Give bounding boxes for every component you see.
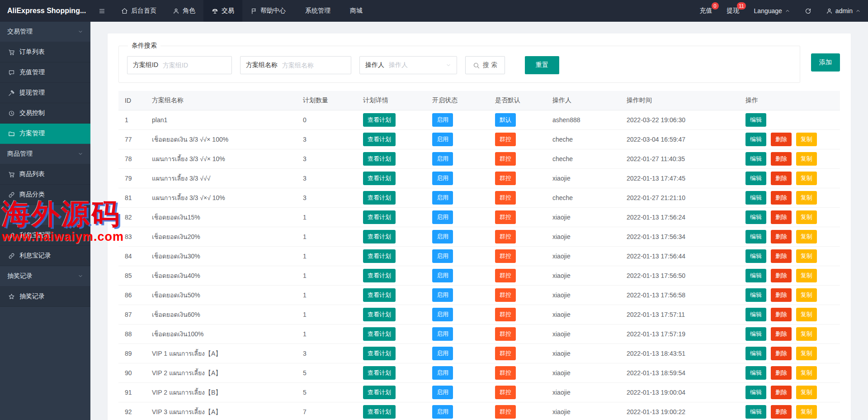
user-menu[interactable]: admin [819, 0, 868, 22]
view-plan-button[interactable]: 查看计划 [363, 172, 396, 185]
add-button[interactable]: 添加 [811, 53, 840, 72]
edit-button[interactable]: 编辑 [745, 172, 766, 185]
status-enabled-button[interactable]: 启用 [432, 347, 453, 360]
default-flag-button[interactable]: 群控 [495, 347, 516, 360]
edit-button[interactable]: 编辑 [745, 152, 766, 166]
status-enabled-button[interactable]: 启用 [432, 269, 453, 282]
default-flag-button[interactable]: 群控 [495, 210, 516, 224]
default-flag-button[interactable]: 群控 [495, 405, 516, 419]
default-flag-button[interactable]: 群控 [495, 230, 516, 243]
status-enabled-button[interactable]: 启用 [432, 366, 453, 380]
copy-button[interactable]: 复制 [796, 405, 817, 419]
status-enabled-button[interactable]: 启用 [432, 230, 453, 243]
top-nav-item[interactable]: 角色 [165, 0, 203, 22]
copy-button[interactable]: 复制 [796, 230, 817, 243]
view-plan-button[interactable]: 查看计划 [363, 347, 396, 360]
copy-button[interactable]: 复制 [796, 152, 817, 166]
view-plan-button[interactable]: 查看计划 [363, 366, 396, 380]
copy-button[interactable]: 复制 [796, 210, 817, 224]
view-plan-button[interactable]: 查看计划 [363, 113, 396, 127]
default-flag-button[interactable]: 群控 [495, 249, 516, 263]
default-flag-button[interactable]: 群控 [495, 152, 516, 166]
status-enabled-button[interactable]: 启用 [432, 152, 453, 166]
default-flag-button[interactable]: 群控 [495, 288, 516, 302]
view-plan-button[interactable]: 查看计划 [363, 133, 396, 146]
recharge-link[interactable]: 充值 0 [693, 0, 720, 22]
sidebar-item[interactable]: 订单列表 [0, 42, 90, 62]
sidebar-group[interactable]: 商品管理 [0, 144, 90, 164]
default-flag-button[interactable]: 群控 [495, 133, 516, 146]
edit-button[interactable]: 编辑 [745, 347, 766, 360]
view-plan-button[interactable]: 查看计划 [363, 152, 396, 166]
default-flag-button[interactable]: 默认 [495, 113, 516, 127]
view-plan-button[interactable]: 查看计划 [363, 288, 396, 302]
delete-button[interactable]: 删除 [771, 386, 792, 399]
delete-button[interactable]: 删除 [771, 269, 792, 282]
status-enabled-button[interactable]: 启用 [432, 327, 453, 341]
copy-button[interactable]: 复制 [796, 366, 817, 380]
copy-button[interactable]: 复制 [796, 172, 817, 185]
view-plan-button[interactable]: 查看计划 [363, 405, 396, 419]
copy-button[interactable]: 复制 [796, 191, 817, 205]
delete-button[interactable]: 删除 [771, 172, 792, 185]
copy-button[interactable]: 复制 [796, 327, 817, 341]
delete-button[interactable]: 删除 [771, 152, 792, 166]
sidebar-item[interactable]: 交易控制 [0, 103, 90, 124]
view-plan-button[interactable]: 查看计划 [363, 308, 396, 321]
default-flag-button[interactable]: 群控 [495, 191, 516, 205]
copy-button[interactable]: 复制 [796, 386, 817, 399]
status-enabled-button[interactable]: 启用 [432, 405, 453, 419]
copy-button[interactable]: 复制 [796, 347, 817, 360]
edit-button[interactable]: 编辑 [745, 210, 766, 224]
edit-button[interactable]: 编辑 [745, 405, 766, 419]
sidebar-item[interactable]: 商品列表 [0, 164, 90, 185]
copy-button[interactable]: 复制 [796, 133, 817, 146]
menu-toggle-button[interactable] [90, 0, 113, 22]
delete-button[interactable]: 删除 [771, 210, 792, 224]
delete-button[interactable]: 删除 [771, 366, 792, 380]
delete-button[interactable]: 删除 [771, 327, 792, 341]
sidebar-item[interactable]: 商品分类 [0, 185, 90, 205]
edit-button[interactable]: 编辑 [745, 230, 766, 243]
view-plan-button[interactable]: 查看计划 [363, 230, 396, 243]
edit-button[interactable]: 编辑 [745, 249, 766, 263]
sidebar-item[interactable]: 抽奖记录 [0, 286, 90, 307]
status-enabled-button[interactable]: 启用 [432, 172, 453, 185]
status-enabled-button[interactable]: 启用 [432, 210, 453, 224]
default-flag-button[interactable]: 群控 [495, 269, 516, 282]
copy-button[interactable]: 复制 [796, 308, 817, 321]
edit-button[interactable]: 编辑 [745, 288, 766, 302]
view-plan-button[interactable]: 查看计划 [363, 269, 396, 282]
sidebar-item[interactable]: 方案管理 [0, 124, 90, 144]
delete-button[interactable]: 删除 [771, 249, 792, 263]
edit-button[interactable]: 编辑 [745, 386, 766, 399]
default-flag-button[interactable]: 群控 [495, 327, 516, 341]
status-enabled-button[interactable]: 启用 [432, 288, 453, 302]
view-plan-button[interactable]: 查看计划 [363, 191, 396, 205]
delete-button[interactable]: 删除 [771, 308, 792, 321]
top-nav-item[interactable]: 帮助中心 [242, 0, 294, 22]
top-nav-item[interactable]: 交易 [203, 0, 242, 22]
default-flag-button[interactable]: 群控 [495, 172, 516, 185]
language-menu[interactable]: Language [747, 0, 797, 22]
search-button[interactable]: 搜 索 [465, 56, 505, 74]
default-flag-button[interactable]: 群控 [495, 308, 516, 321]
delete-button[interactable]: 删除 [771, 133, 792, 146]
view-plan-button[interactable]: 查看计划 [363, 386, 396, 399]
copy-button[interactable]: 复制 [796, 288, 817, 302]
copy-button[interactable]: 复制 [796, 269, 817, 282]
search-select[interactable]: 操作人 操作人 [359, 56, 457, 74]
sidebar-item[interactable]: 提现管理 [0, 83, 90, 103]
edit-button[interactable]: 编辑 [745, 191, 766, 205]
delete-button[interactable]: 删除 [771, 405, 792, 419]
edit-button[interactable]: 编辑 [745, 133, 766, 146]
edit-button[interactable]: 编辑 [745, 269, 766, 282]
status-enabled-button[interactable]: 启用 [432, 249, 453, 263]
sidebar-item[interactable]: 充值管理 [0, 62, 90, 83]
delete-button[interactable]: 删除 [771, 347, 792, 360]
sidebar-group[interactable]: 抽奖记录 [0, 266, 90, 286]
top-nav-item[interactable]: 系统管理 [294, 0, 339, 22]
edit-button[interactable]: 编辑 [745, 113, 766, 127]
status-enabled-button[interactable]: 启用 [432, 386, 453, 399]
default-flag-button[interactable]: 群控 [495, 386, 516, 399]
